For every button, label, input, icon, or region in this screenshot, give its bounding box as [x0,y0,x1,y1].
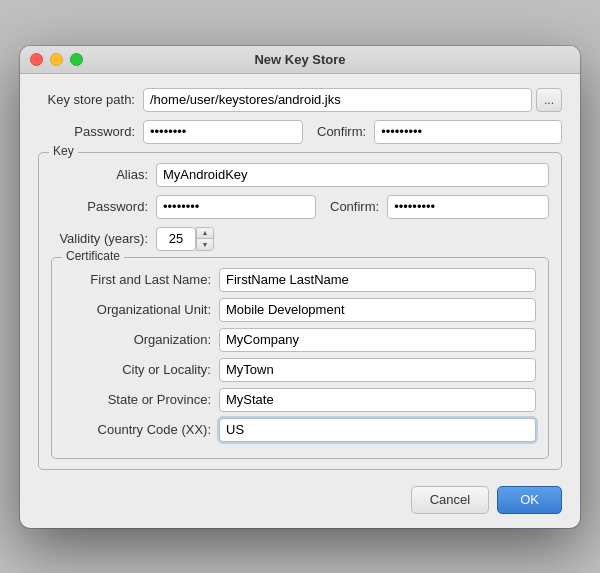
keystore-confirm-input[interactable] [374,120,562,144]
city-input[interactable] [219,358,536,382]
minimize-button[interactable] [50,53,63,66]
alias-row: Alias: [51,163,549,187]
keystore-password-row: Password: Confirm: [38,120,562,144]
keystore-path-row: Key store path: ... [38,88,562,112]
keystore-path-input[interactable] [143,88,532,112]
dialog-title: New Key Store [254,52,345,67]
validity-label: Validity (years): [51,231,156,246]
key-password-row: Password: Confirm: [51,195,549,219]
city-row: City or Locality: [64,358,536,382]
first-last-input[interactable] [219,268,536,292]
state-input[interactable] [219,388,536,412]
alias-label: Alias: [51,167,156,182]
certificate-section-title: Certificate [62,249,124,263]
state-label: State or Province: [64,392,219,407]
state-row: State or Province: [64,388,536,412]
cancel-button[interactable]: Cancel [411,486,489,514]
close-button[interactable] [30,53,43,66]
maximize-button[interactable] [70,53,83,66]
key-confirm-label: Confirm: [330,199,387,214]
ok-button[interactable]: OK [497,486,562,514]
key-password-input[interactable] [156,195,316,219]
spinner-up-button[interactable]: ▲ [197,228,213,239]
window-controls [30,53,83,66]
key-section-title: Key [49,144,78,158]
first-last-label: First and Last Name: [64,272,219,287]
dialog-body: Key store path: ... Password: Confirm: K… [20,74,580,528]
keystore-path-label: Key store path: [38,92,143,107]
org-input[interactable] [219,328,536,352]
key-confirm-input[interactable] [387,195,549,219]
alias-input[interactable] [156,163,549,187]
validity-input[interactable] [156,227,196,251]
title-bar: New Key Store [20,46,580,74]
new-key-store-dialog: New Key Store Key store path: ... Passwo… [20,46,580,528]
org-unit-input[interactable] [219,298,536,322]
org-unit-row: Organizational Unit: [64,298,536,322]
spinner-down-button[interactable]: ▼ [197,239,213,250]
city-label: City or Locality: [64,362,219,377]
org-unit-label: Organizational Unit: [64,302,219,317]
spinner-arrows: ▲ ▼ [196,227,214,251]
country-input[interactable] [219,418,536,442]
button-row: Cancel OK [38,482,562,514]
key-password-label: Password: [51,199,156,214]
keystore-password-input[interactable] [143,120,303,144]
country-row: Country Code (XX): [64,418,536,442]
org-label: Organization: [64,332,219,347]
org-row: Organization: [64,328,536,352]
validity-row: Validity (years): ▲ ▼ [51,227,549,251]
validity-spinner: ▲ ▼ [156,227,214,251]
key-section: Key Alias: Password: Confirm: Validity (… [38,152,562,470]
certificate-section: Certificate First and Last Name: Organiz… [51,257,549,459]
keystore-confirm-label: Confirm: [317,124,374,139]
first-last-row: First and Last Name: [64,268,536,292]
country-label: Country Code (XX): [64,422,219,437]
keystore-password-label: Password: [38,124,143,139]
browse-button[interactable]: ... [536,88,562,112]
